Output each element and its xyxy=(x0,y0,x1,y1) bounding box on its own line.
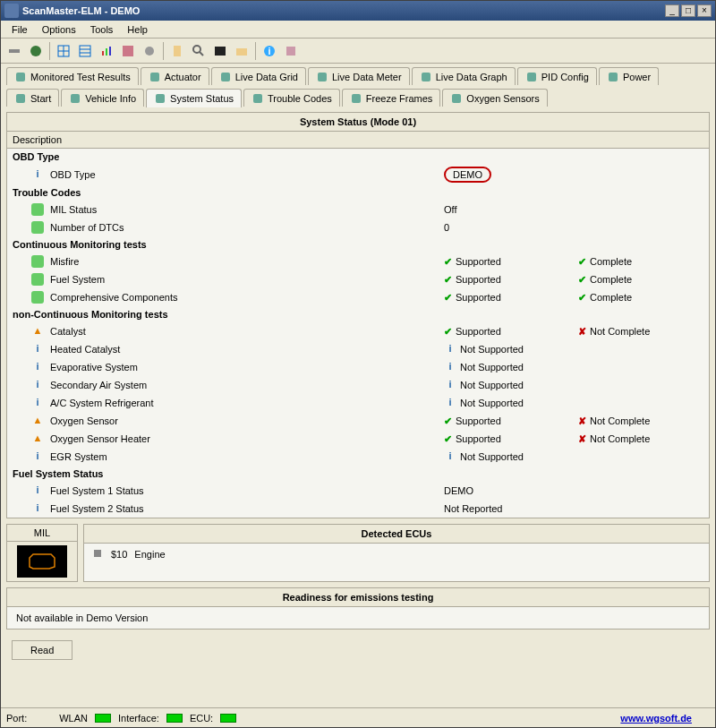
row-value: Off xyxy=(444,204,456,215)
row-status: Complete xyxy=(590,292,632,303)
grid-icon[interactable] xyxy=(54,41,73,61)
status-bar: Port: WLAN Interface: ECU: www.wgsoft.de xyxy=(1,707,715,727)
status-green-icon xyxy=(31,221,44,234)
row-label: Oxygen Sensor xyxy=(50,415,444,426)
data-row[interactable]: iEvaporative Systemi Not Supported xyxy=(7,358,709,376)
folder-icon[interactable] xyxy=(232,41,251,61)
search-icon[interactable] xyxy=(189,41,209,61)
chart-icon[interactable] xyxy=(97,41,116,61)
tab-label: Actuator xyxy=(165,72,201,82)
svg-rect-22 xyxy=(150,73,159,81)
check-icon: ✔ xyxy=(444,326,452,338)
connect-icon[interactable] xyxy=(4,41,24,61)
warning-icon: ▲ xyxy=(31,433,44,445)
data-row[interactable]: iA/C System Refrigeranti Not Supported xyxy=(7,394,709,412)
row-label: Fuel System 2 Status xyxy=(50,503,444,514)
read-button[interactable]: Read xyxy=(12,640,72,660)
info-icon: i xyxy=(444,343,456,355)
chip-icon xyxy=(91,547,104,561)
row-label: MIL Status xyxy=(50,204,444,215)
tab-icon xyxy=(69,92,81,105)
tab-start[interactable]: Start xyxy=(6,89,59,107)
data-row[interactable]: iHeated Catalysti Not Supported xyxy=(7,340,709,358)
globe-icon[interactable] xyxy=(26,41,46,61)
menu-tools[interactable]: Tools xyxy=(83,22,121,37)
tab-live-data-grid[interactable]: Live Data Grid xyxy=(211,67,306,86)
disk-icon[interactable] xyxy=(118,41,138,61)
info-icon: i xyxy=(444,450,456,463)
menu-help[interactable]: Help xyxy=(120,22,155,37)
readiness-title: Readiness for emissions testing xyxy=(7,588,709,607)
group-header: Fuel System Status xyxy=(7,466,709,482)
tab-live-data-meter[interactable]: Live Data Meter xyxy=(308,67,410,86)
clipboard-icon[interactable] xyxy=(167,41,187,61)
tab-system-status[interactable]: System Status xyxy=(146,89,242,107)
svg-rect-0 xyxy=(9,49,20,53)
data-row[interactable]: iOBD TypeDEMO xyxy=(7,165,709,184)
tab-oxygen-sensors[interactable]: Oxygen Sensors xyxy=(442,89,547,107)
status-green-icon xyxy=(31,255,44,268)
check-icon: ✔ xyxy=(444,433,452,445)
tab-power[interactable]: Power xyxy=(599,67,659,86)
menu-file[interactable]: File xyxy=(4,22,35,37)
panel-title: System Status (Mode 01) xyxy=(7,113,709,132)
row-value: Not Supported xyxy=(460,398,524,408)
tab-label: Live Data Graph xyxy=(436,72,507,82)
data-row[interactable]: ▲Catalyst✔ Supported✘ Not Complete xyxy=(7,322,709,340)
row-value: DEMO xyxy=(444,485,473,496)
row-status: Not Complete xyxy=(590,433,650,444)
row-label: Fuel System 1 Status xyxy=(50,485,444,496)
status-ecu-label: ECU: xyxy=(190,713,213,724)
mil-indicator-icon xyxy=(17,545,67,578)
tab-icon xyxy=(350,92,362,105)
wlan-led-icon xyxy=(95,714,111,723)
cube-icon[interactable] xyxy=(281,41,301,61)
tab-live-data-graph[interactable]: Live Data Graph xyxy=(412,67,516,86)
minimize-button[interactable]: _ xyxy=(665,4,679,17)
tab-icon xyxy=(219,71,232,83)
info-icon[interactable]: i xyxy=(260,41,279,61)
data-row[interactable]: iSecondary Air Systemi Not Supported xyxy=(7,376,709,394)
tab-freeze-frames[interactable]: Freeze Frames xyxy=(342,89,441,107)
data-row[interactable]: ▲Oxygen Sensor Heater✔ Supported✘ Not Co… xyxy=(7,430,709,448)
cross-icon: ✘ xyxy=(578,415,586,427)
close-button[interactable]: × xyxy=(697,4,712,17)
terminal-icon[interactable] xyxy=(210,41,230,61)
check-icon: ✔ xyxy=(444,415,452,427)
data-row[interactable]: iEGR Systemi Not Supported xyxy=(7,448,709,466)
menu-options[interactable]: Options xyxy=(35,22,83,37)
status-port-label: Port: xyxy=(6,713,27,724)
tab-pid-config[interactable]: PID Config xyxy=(517,67,597,86)
mil-title: MIL xyxy=(7,525,77,542)
tabs-row-1: Monitored Test ResultsActuatorLive Data … xyxy=(1,64,715,85)
website-link[interactable]: www.wgsoft.de xyxy=(620,713,692,724)
info-icon: i xyxy=(31,168,44,181)
tab-label: Live Data Meter xyxy=(332,72,402,82)
tab-label: Oxygen Sensors xyxy=(466,93,539,104)
tab-label: Monitored Test Results xyxy=(30,72,131,82)
data-row[interactable]: Number of DTCs 0 xyxy=(7,218,709,236)
table-icon[interactable] xyxy=(75,41,95,61)
group-header: Continuous Monitoring tests xyxy=(7,236,709,253)
svg-rect-5 xyxy=(80,46,90,56)
gear-icon[interactable] xyxy=(140,41,159,61)
tab-monitored-test-results[interactable]: Monitored Test Results xyxy=(6,67,139,86)
data-row[interactable]: MIL Status Off xyxy=(7,201,709,218)
data-row[interactable]: Comprehensive Components✔ Supported✔ Com… xyxy=(7,288,709,306)
svg-rect-32 xyxy=(352,94,361,103)
row-label: A/C System Refrigerant xyxy=(50,398,444,408)
data-row[interactable]: iFuel System 1 Status DEMO xyxy=(7,482,709,500)
data-row[interactable]: iFuel System 2 Status Not Reported xyxy=(7,500,709,518)
svg-rect-29 xyxy=(71,94,80,103)
svg-point-1 xyxy=(30,46,41,56)
data-row[interactable]: Misfire✔ Supported✔ Complete xyxy=(7,253,709,270)
row-value: Supported xyxy=(456,292,501,303)
info-icon: i xyxy=(31,361,44,373)
tab-trouble-codes[interactable]: Trouble Codes xyxy=(243,89,340,107)
data-row[interactable]: Fuel System✔ Supported✔ Complete xyxy=(7,270,709,288)
ecu-row[interactable]: $10 Engine xyxy=(84,544,709,565)
data-row[interactable]: ▲Oxygen Sensor✔ Supported✘ Not Complete xyxy=(7,412,709,430)
maximize-button[interactable]: □ xyxy=(681,4,695,17)
tab-vehicle-info[interactable]: Vehicle Info xyxy=(61,89,144,107)
tab-actuator[interactable]: Actuator xyxy=(141,67,209,86)
